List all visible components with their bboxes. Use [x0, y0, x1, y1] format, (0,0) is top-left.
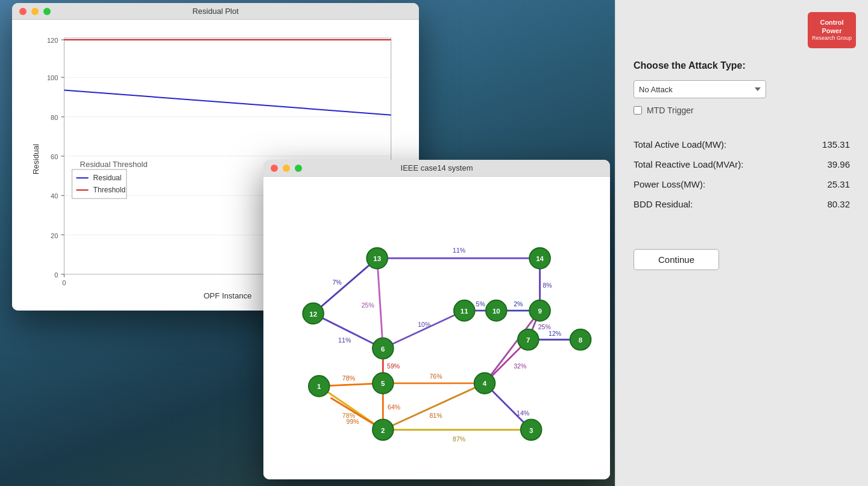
maximize-button[interactable] [43, 8, 51, 15]
ieee-window: IEEE case14 system 78% 87% 81% 64% [263, 160, 610, 479]
svg-text:81%: 81% [429, 412, 442, 419]
svg-text:0: 0 [62, 279, 66, 286]
ieee-titlebar: IEEE case14 system [263, 160, 610, 177]
svg-text:120: 120 [47, 37, 58, 44]
mtd-checkbox[interactable] [634, 106, 642, 115]
stat-label-power-loss: Power Loss(MW): [634, 179, 705, 189]
residual-threshold-text: Residual Threshold [80, 160, 148, 169]
x-axis-label: OPF Instance [204, 291, 252, 300]
network-graph-svg: 78% 87% 81% 64% 78% 99% 14% [269, 183, 604, 473]
mtd-trigger-row: MTD Trigger [634, 106, 850, 115]
svg-line-58 [377, 258, 383, 348]
y-axis-label: Residual [31, 144, 40, 174]
minimize-button[interactable] [31, 8, 39, 15]
svg-text:0: 0 [54, 271, 58, 279]
ieee-minimize-button[interactable] [283, 165, 290, 172]
stat-label-bdd-residual: BDD Residual: [634, 199, 693, 209]
svg-text:11%: 11% [453, 247, 466, 254]
attack-type-label: Choose the Attack Type: [634, 60, 850, 71]
svg-text:8: 8 [579, 336, 583, 344]
control-panel: Control Power Research Group Choose the … [615, 0, 868, 486]
svg-text:3: 3 [529, 427, 533, 434]
stats-section: Total Active Load(MW): 135.31 Total Reac… [634, 139, 850, 209]
stat-row-active-load: Total Active Load(MW): 135.31 [634, 139, 850, 150]
ieee-close-button[interactable] [271, 165, 278, 172]
svg-text:87%: 87% [453, 435, 466, 443]
residual-titlebar: Residual Plot [12, 3, 419, 20]
svg-text:11: 11 [461, 308, 468, 315]
svg-text:12: 12 [309, 311, 317, 318]
svg-text:99%: 99% [347, 418, 360, 425]
svg-text:59%: 59% [387, 362, 400, 370]
svg-text:64%: 64% [388, 403, 401, 411]
svg-text:14: 14 [536, 255, 544, 262]
residual-window-title: Residual Plot [192, 7, 239, 16]
svg-text:13: 13 [373, 255, 381, 262]
continue-button[interactable]: Continue [634, 249, 719, 270]
svg-text:10%: 10% [418, 321, 431, 328]
logo-line1: Control [820, 18, 843, 27]
svg-text:9: 9 [538, 308, 541, 315]
company-logo: Control Power Research Group [808, 12, 856, 48]
ieee-maximize-button[interactable] [295, 165, 302, 172]
logo-line3: Research Group [812, 35, 852, 42]
logo-line2: Power [822, 27, 841, 35]
svg-text:25%: 25% [538, 323, 552, 330]
stat-value-power-loss: 25.31 [827, 179, 850, 189]
stat-label-reactive-load: Total Reactive Load(MVAr): [634, 159, 743, 169]
svg-text:80: 80 [51, 114, 58, 121]
stat-row-bdd-residual: BDD Residual: 80.32 [634, 199, 850, 209]
stat-label-active-load: Total Active Load(MW): [634, 139, 726, 150]
svg-line-54 [383, 311, 464, 349]
svg-text:32%: 32% [514, 362, 527, 370]
svg-text:14%: 14% [517, 409, 530, 417]
svg-text:5: 5 [381, 380, 385, 387]
svg-text:6: 6 [381, 346, 385, 353]
svg-text:100: 100 [47, 74, 58, 81]
svg-text:76%: 76% [429, 373, 442, 380]
svg-text:2: 2 [381, 427, 385, 434]
svg-text:20: 20 [51, 232, 58, 239]
close-button[interactable] [19, 8, 27, 15]
ieee-network-content: 78% 87% 81% 64% 78% 99% 14% [263, 177, 610, 479]
mtd-label: MTD Trigger [647, 106, 694, 115]
svg-text:2%: 2% [514, 300, 523, 308]
svg-text:5%: 5% [476, 300, 486, 308]
stat-value-bdd-residual: 80.32 [827, 199, 850, 209]
stat-row-reactive-load: Total Reactive Load(MVAr): 39.96 [634, 159, 850, 169]
svg-text:4: 4 [483, 380, 487, 387]
svg-text:7%: 7% [332, 279, 342, 286]
stat-row-power-loss: Power Loss(MW): 25.31 [634, 179, 850, 189]
svg-text:10: 10 [492, 308, 500, 315]
svg-text:78%: 78% [342, 374, 356, 382]
svg-text:Residual: Residual [93, 174, 122, 182]
attack-type-dropdown[interactable]: No Attack FDI Attack Replay Attack [634, 80, 766, 98]
svg-text:1: 1 [317, 383, 321, 390]
svg-text:25%: 25% [362, 301, 375, 309]
stat-value-reactive-load: 39.96 [827, 159, 850, 169]
svg-text:7: 7 [526, 336, 530, 344]
svg-text:12%: 12% [549, 330, 562, 337]
svg-text:8%: 8% [542, 282, 552, 289]
ieee-window-title: IEEE case14 system [401, 163, 473, 172]
stat-value-active-load: 135.31 [822, 139, 850, 150]
svg-text:60: 60 [51, 153, 58, 160]
svg-text:40: 40 [51, 192, 58, 200]
svg-text:Threshold: Threshold [93, 186, 126, 194]
svg-text:11%: 11% [338, 336, 351, 344]
